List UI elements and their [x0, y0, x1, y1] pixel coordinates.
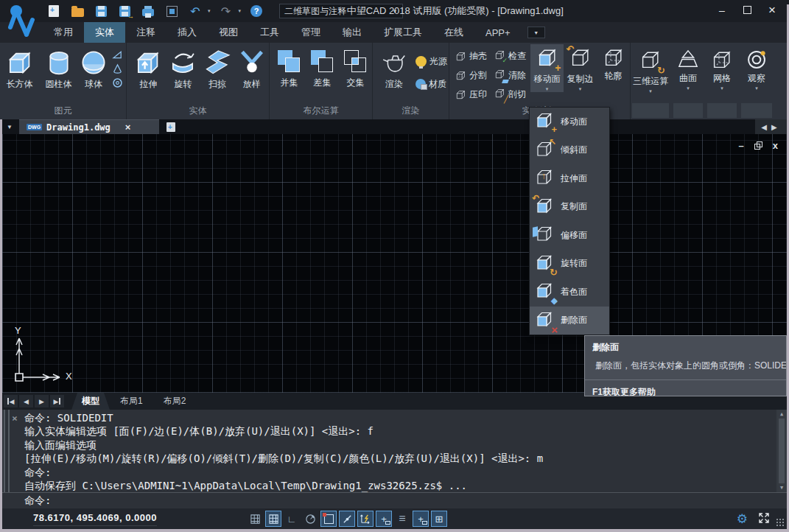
help-button[interactable]: ?	[248, 4, 264, 18]
loft-button[interactable]: 放样	[234, 46, 269, 91]
move-face-button[interactable]: + 移动面 ▾	[530, 44, 564, 92]
doc-close-button[interactable]: x	[773, 140, 778, 151]
scrollbar-thumb[interactable]	[779, 419, 785, 483]
last-layout-button[interactable]: ▶	[50, 395, 64, 407]
grid-display-toggle[interactable]	[247, 511, 263, 527]
preview-button[interactable]	[164, 4, 180, 18]
sweep-button[interactable]: 扫掠	[200, 46, 235, 91]
menu-item-delete-face[interactable]: × 删除面	[530, 307, 609, 335]
undo-dropdown-caret[interactable]: ▾	[208, 8, 211, 14]
tab-scroll-right-icon[interactable]: ▶	[771, 123, 777, 131]
first-layout-button[interactable]: ◀	[4, 395, 18, 407]
polar-tracking-toggle[interactable]	[302, 511, 318, 527]
menu-item-copy-face[interactable]: ↶ 复制面	[530, 193, 609, 222]
menu-item-extrude-face[interactable]: ↑ 拉伸面	[530, 164, 609, 193]
object-snap-toggle[interactable]	[320, 511, 337, 527]
tab-zaixian[interactable]: 在线	[433, 22, 474, 43]
menu-item-move-face[interactable]: + 移动面	[530, 108, 609, 136]
close-button[interactable]: ×	[765, 3, 779, 18]
surface-button[interactable]: 曲面 ▾	[673, 46, 704, 91]
imprint-button[interactable]: 压印	[455, 85, 487, 103]
torus-icon[interactable]	[112, 77, 123, 88]
tab-model[interactable]: 模型	[71, 393, 110, 410]
material-button[interactable]: 材质	[415, 75, 447, 93]
save-button[interactable]	[93, 4, 109, 18]
ribbon-minimize-caret[interactable]: ▼	[527, 27, 545, 38]
command-line-window[interactable]: × 命令: SOLIDEDIT 输入实体编辑选项 [面(F)/边(E)/体(B)…	[2, 410, 787, 492]
annotation-monitor-toggle[interactable]: ⊞	[431, 511, 447, 527]
3d-operations-button[interactable]: ↻ 三维运算 ▾	[631, 46, 670, 94]
lineweight-toggle[interactable]: ≡	[394, 511, 410, 527]
print-button[interactable]	[140, 4, 156, 18]
scroll-up-icon[interactable]: ▲	[780, 411, 783, 417]
render-button[interactable]: 渲染	[376, 46, 413, 91]
tab-zhushi[interactable]: 注释	[125, 22, 166, 43]
tab-scroll-left-icon[interactable]: ◀	[761, 123, 767, 131]
snap-mode-toggle[interactable]	[265, 511, 281, 527]
mesh-button[interactable]: 网格 ▾	[706, 46, 737, 91]
tab-layout1[interactable]: 布局1	[110, 393, 153, 410]
next-layout-button[interactable]: ▶	[35, 395, 49, 407]
light-button[interactable]: 光源	[415, 52, 447, 70]
command-window-grip[interactable]	[4, 410, 10, 492]
dynamic-input-toggle[interactable]: +	[376, 511, 392, 527]
revolve-button[interactable]: 旋转	[166, 46, 200, 91]
clean-button[interactable]: 清除	[494, 66, 526, 84]
wedge-icon[interactable]	[112, 49, 123, 60]
observe-button[interactable]: 观察 ▾	[740, 46, 773, 91]
save-as-button[interactable]: →	[116, 4, 133, 18]
menu-item-rotate-face[interactable]: ↻ 旋转面	[530, 250, 609, 279]
tab-shuchu[interactable]: 输出	[332, 22, 373, 43]
tab-app-plus[interactable]: APP+	[474, 22, 522, 43]
subtract-button[interactable]: 差集	[306, 46, 339, 89]
maximize-button[interactable]	[740, 4, 754, 16]
tab-layout2[interactable]: 布局2	[153, 393, 197, 410]
redo-button[interactable]: ↷	[218, 4, 234, 18]
doc-tab-close-icon[interactable]: ×	[125, 122, 131, 133]
command-scrollbar[interactable]: ▲ ▼	[776, 410, 787, 492]
menu-item-taper-face[interactable]: ↖ 倾斜面	[530, 136, 609, 165]
slice-button[interactable]: ╱ 剖切	[494, 85, 526, 103]
shell-button[interactable]: 抽壳	[455, 47, 487, 65]
tab-guanli[interactable]: 管理	[290, 22, 332, 43]
box-button[interactable]: 长方体	[0, 46, 39, 91]
copy-edge-button[interactable]: ↶ 复制边 ▾	[564, 44, 597, 92]
scroll-down-icon[interactable]: ▼	[780, 485, 783, 491]
cylinder-button[interactable]: 圆柱体	[39, 46, 78, 91]
menu-item-offset-face[interactable]: 偏移面	[530, 221, 609, 250]
cycle-select-toggle[interactable]: +	[413, 511, 429, 527]
check-button[interactable]: ✓ 检查	[494, 47, 526, 65]
command-window-close-icon[interactable]: ×	[12, 413, 18, 424]
menu-item-color-face[interactable]: ◆ 着色面	[530, 278, 609, 307]
object-snap-tracking-toggle[interactable]	[339, 511, 355, 527]
command-prompt[interactable]: 命令:	[2, 492, 787, 508]
extrude-button[interactable]: 拉伸	[131, 46, 166, 91]
settings-gear-icon[interactable]: ⚙	[737, 511, 748, 527]
doc-list-caret[interactable]: ▼	[0, 119, 19, 134]
doc-restore-button[interactable]	[754, 141, 762, 150]
doc-tab-drawing1[interactable]: DWG Drawing1.dwg ×	[19, 119, 159, 134]
tab-charu[interactable]: 插入	[166, 22, 208, 43]
undo-button[interactable]: ↶	[187, 4, 203, 18]
tab-shitu[interactable]: 视图	[208, 22, 249, 43]
new-file-button[interactable]: +	[46, 4, 62, 18]
minimize-button[interactable]: –	[715, 4, 729, 16]
separate-button[interactable]: 分割	[455, 66, 487, 84]
new-doc-tab-button[interactable]: +	[162, 119, 180, 134]
union-button[interactable]: 并集	[273, 46, 306, 89]
sphere-button[interactable]: 球体	[78, 46, 109, 91]
resize-grip[interactable]	[776, 518, 785, 527]
ortho-mode-toggle[interactable]: ∟	[284, 511, 300, 527]
tab-kuozhangongju[interactable]: 扩展工具	[373, 22, 433, 43]
cone-icon[interactable]	[112, 63, 123, 74]
fullscreen-icon[interactable]	[758, 512, 770, 527]
doc-minimize-button[interactable]: –	[739, 140, 744, 151]
tab-changyong[interactable]: 常用	[43, 22, 84, 43]
tab-shiti[interactable]: 实体	[84, 22, 125, 43]
open-folder-button[interactable]	[69, 4, 85, 18]
dynamic-ucs-toggle[interactable]	[357, 511, 374, 527]
prev-layout-button[interactable]: ◀	[19, 395, 33, 407]
tab-gongju[interactable]: 工具	[249, 22, 290, 43]
redo-dropdown-caret[interactable]: ▾	[239, 8, 242, 14]
outline-button[interactable]: 轮廓	[597, 44, 630, 83]
